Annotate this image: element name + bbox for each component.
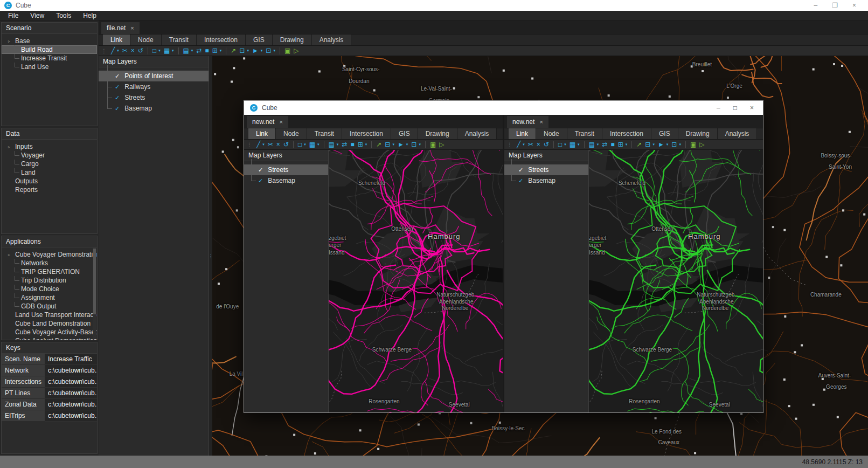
app-item-mode-choice[interactable]: Mode Choice	[2, 285, 97, 293]
data-item-reports[interactable]: Reports	[2, 185, 97, 194]
add-link-icon[interactable]: ╱	[110, 47, 116, 54]
layer-points-of-interest[interactable]: ✓ Points of Interest	[99, 71, 209, 81]
tree-expander-icon[interactable]: ▹	[8, 144, 15, 149]
scenario-item-build-road[interactable]: Build Road	[2, 45, 97, 54]
dropdown-caret-icon[interactable]: ▾	[597, 142, 599, 147]
dropdown-caret-icon[interactable]: ▾	[317, 142, 320, 147]
dropdown-caret-icon[interactable]: ▾	[262, 142, 265, 147]
color-scheme-icon[interactable]: ▦	[308, 141, 316, 148]
ribbon-tab-gis[interactable]: GIS	[651, 128, 678, 139]
toolbar-grip[interactable]: ⋮	[507, 142, 512, 148]
data-item-cargo[interactable]: Cargo	[2, 160, 97, 168]
dropdown-caret-icon[interactable]: ▾	[220, 49, 222, 53]
run-icon[interactable]: ▷	[438, 141, 445, 148]
check-icon[interactable]: ✓	[258, 177, 263, 184]
run-icon[interactable]: ▷	[698, 141, 705, 148]
app-root-voyager-demo[interactable]: ▹ Cube Voyager Demonstration...	[2, 250, 97, 259]
ribbon-tab-node[interactable]: Node	[536, 128, 567, 139]
export-layer-icon[interactable]: ⊟	[384, 141, 391, 148]
node-display-icon[interactable]: ▤	[182, 47, 190, 54]
ribbon-tab-analysis[interactable]: Analysis	[718, 128, 758, 139]
dropdown-caret-icon[interactable]: ▾	[406, 142, 408, 147]
dropdown-caret-icon[interactable]: ▾	[419, 142, 421, 147]
scrollbar-thumb[interactable]	[93, 249, 96, 314]
dropdown-caret-icon[interactable]: ▾	[304, 142, 306, 147]
layer-streets[interactable]: ✓ Streets	[504, 164, 588, 175]
zoom-extent-icon[interactable]: ↗	[635, 141, 643, 148]
select-region-icon[interactable]: □	[297, 141, 303, 148]
data-root-inputs[interactable]: ▹ Inputs	[2, 142, 97, 151]
node-display-icon[interactable]: ▤	[588, 141, 596, 148]
ribbon-tab-drawing[interactable]: Drawing	[418, 128, 457, 139]
ribbon-tab-transit[interactable]: Transit	[307, 128, 342, 139]
save-icon[interactable]: ▣	[689, 141, 697, 148]
minimize-button[interactable]: –	[717, 104, 720, 112]
dropdown-caret-icon[interactable]: ▾	[523, 142, 525, 147]
highlight-icon[interactable]: ►	[251, 47, 260, 54]
ribbon-tab-analysis[interactable]: Analysis	[457, 128, 497, 139]
ribbon-tab-intersection[interactable]: Intersection	[602, 128, 651, 139]
key-value[interactable]: c:\cubetown\cub...	[45, 410, 97, 422]
dropdown-caret-icon[interactable]: ▾	[191, 49, 193, 53]
dropdown-caret-icon[interactable]: ▾	[273, 49, 275, 53]
reverse-link-icon[interactable]: ↺	[282, 141, 290, 148]
reverse-link-icon[interactable]: ↺	[543, 141, 550, 148]
scenario-root-base[interactable]: ▹ Base	[2, 37, 97, 45]
ribbon-tab-intersection[interactable]: Intersection	[342, 128, 391, 139]
network-map-green[interactable]: SchenefeldzgebietergerIssandOttensenHamb…	[589, 150, 763, 412]
split-link-icon[interactable]: ✂	[267, 141, 274, 148]
ribbon-tab-drawing[interactable]: Drawing	[678, 128, 718, 139]
restore-button[interactable]: ❐	[832, 0, 838, 11]
add-link-icon[interactable]: ╱	[255, 141, 261, 148]
menu-help[interactable]: Help	[77, 11, 102, 20]
key-value[interactable]: c:\cubetown\cub...	[45, 376, 97, 388]
select-region-icon[interactable]: □	[151, 47, 157, 54]
tab-close-icon[interactable]: ×	[130, 25, 134, 31]
split-link-icon[interactable]: ✂	[121, 47, 129, 54]
app-item-land-use-transport[interactable]: Land Use Transport Interactio...	[2, 311, 97, 319]
check-icon[interactable]: ✓	[115, 94, 120, 101]
dropdown-caret-icon[interactable]: ▾	[158, 49, 161, 53]
close-button[interactable]: ×	[750, 104, 754, 112]
fill-region-icon[interactable]: ■	[609, 141, 615, 148]
data-item-land[interactable]: Land	[2, 168, 97, 177]
app-item-analyst-demo[interactable]: Cube Analyst Demonstration	[2, 336, 97, 340]
ribbon-tab-link[interactable]: Link	[103, 35, 130, 45]
export-layer-icon[interactable]: ⊟	[238, 47, 246, 54]
layer-railways[interactable]: ✓ Railways	[99, 81, 209, 92]
color-scheme-icon[interactable]: ▦	[163, 47, 171, 54]
dropdown-caret-icon[interactable]: ▾	[666, 142, 669, 147]
ribbon-tab-transit[interactable]: Transit	[162, 35, 197, 45]
align-nodes-icon[interactable]: ⇄	[601, 141, 608, 148]
app-item-gdb-output[interactable]: GDB Output	[2, 302, 97, 311]
save-icon[interactable]: ▣	[429, 141, 437, 148]
ribbon-tab-node[interactable]: Node	[276, 128, 307, 139]
ribbon-tab-gis[interactable]: GIS	[391, 128, 418, 139]
app-item-cube-land-demo[interactable]: Cube Land Demonstration	[2, 319, 97, 328]
dropdown-caret-icon[interactable]: ▾	[652, 142, 655, 147]
dropdown-caret-icon[interactable]: ▾	[337, 142, 339, 147]
key-value[interactable]: Increase Traffic	[45, 354, 97, 365]
reverse-link-icon[interactable]: ↺	[137, 47, 144, 54]
dropdown-caret-icon[interactable]: ▾	[365, 142, 367, 147]
delete-link-icon[interactable]: ×	[536, 141, 541, 148]
app-item-activity-based[interactable]: Cube Voyager Activity-Based ...	[2, 328, 97, 336]
data-item-voyager[interactable]: Voyager	[2, 151, 97, 160]
scrollbar[interactable]	[93, 247, 96, 339]
layer-basemap[interactable]: ✓ Basemap	[99, 103, 209, 114]
dropdown-caret-icon[interactable]: ▾	[626, 142, 628, 147]
attribute-table-icon[interactable]: ⊞	[617, 141, 624, 148]
add-link-icon[interactable]: ╱	[516, 141, 522, 148]
layer-basemap[interactable]: ✓ Basemap	[244, 175, 328, 186]
highlight-icon[interactable]: ►	[657, 141, 665, 148]
attribute-table-icon[interactable]: ⊞	[357, 141, 364, 148]
dropdown-caret-icon[interactable]: ▾	[392, 142, 394, 147]
export-layer-icon[interactable]: ⊟	[644, 141, 651, 148]
ribbon-tab-link[interactable]: Link	[248, 128, 276, 139]
zoom-extent-icon[interactable]: ↗	[375, 141, 383, 148]
dropdown-caret-icon[interactable]: ▾	[564, 142, 566, 147]
toolbar-grip[interactable]: ⋮	[247, 142, 252, 148]
maximize-button[interactable]: □	[733, 104, 737, 112]
align-nodes-icon[interactable]: ⇄	[195, 47, 203, 54]
ribbon-tab-intersection[interactable]: Intersection	[197, 35, 246, 45]
